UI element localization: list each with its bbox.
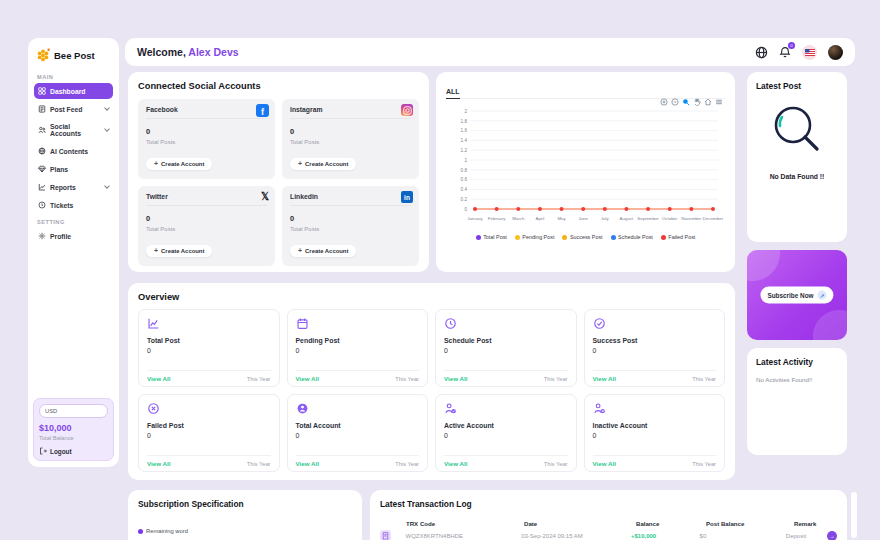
view-all-link[interactable]: View All bbox=[593, 460, 616, 467]
legend-item[interactable]: Total Post bbox=[476, 234, 507, 240]
svg-text:May: May bbox=[557, 216, 566, 221]
user-x-icon bbox=[593, 402, 606, 415]
chevron-down-icon bbox=[104, 105, 110, 111]
svg-text:0.4: 0.4 bbox=[461, 187, 468, 192]
table-row: WQZX8KRTN4BHDE 03-Sep-2024 09:15 AM +$10… bbox=[380, 530, 837, 540]
tab-all[interactable]: ALL bbox=[446, 88, 460, 99]
chart-legend: Total Post Pending Post Success Post Sch… bbox=[446, 234, 725, 240]
overview-card-success-post: Success Post 0 View AllThis Year bbox=[584, 309, 726, 387]
x-circle-icon bbox=[147, 402, 160, 415]
overview-panel: Overview Total Post 0 View AllThis Year … bbox=[128, 283, 735, 480]
language-globe-icon[interactable] bbox=[755, 46, 768, 59]
post-feed-icon bbox=[38, 105, 46, 113]
total-posts-value: 0 bbox=[290, 214, 411, 223]
spec-legend-item: Remaining word bbox=[138, 528, 352, 534]
sidebar-item-ai-contents[interactable]: AI Contents bbox=[34, 143, 113, 159]
zoom-in-icon[interactable] bbox=[660, 98, 668, 106]
ai-contents-icon bbox=[38, 147, 46, 155]
overview-card-active-account: Active Account 0 View AllThis Year bbox=[435, 394, 577, 472]
create-account-button[interactable]: + Create Account bbox=[290, 245, 356, 257]
notifications-bell-icon[interactable]: 0 bbox=[779, 46, 791, 58]
svg-text:1.6: 1.6 bbox=[461, 128, 468, 133]
total-posts-value: 0 bbox=[146, 214, 267, 223]
view-all-link[interactable]: View All bbox=[147, 375, 170, 382]
zoom-out-icon[interactable] bbox=[671, 98, 679, 106]
arrow-up-right-icon: ↗ bbox=[818, 291, 827, 300]
selection-zoom-icon[interactable] bbox=[682, 98, 690, 106]
balance-value: +$10,000 bbox=[631, 533, 700, 539]
sidebar-item-label: Dashboard bbox=[50, 88, 86, 95]
col-post-balance: Post Balance bbox=[706, 520, 794, 527]
legend-item[interactable]: Failed Post bbox=[661, 234, 695, 240]
svg-text:November: November bbox=[681, 216, 702, 221]
svg-text:1.8: 1.8 bbox=[461, 119, 468, 124]
us-flag-icon[interactable] bbox=[802, 45, 817, 60]
social-card-linkedin: Linkedin in 0 Total Posts + Create Accou… bbox=[282, 186, 419, 266]
sidebar-item-plans[interactable]: Plans bbox=[34, 161, 113, 177]
trx-code-value: WQZX8KRTN4BHDE bbox=[405, 533, 521, 539]
svg-text:1.4: 1.4 bbox=[461, 138, 468, 143]
create-account-button[interactable]: + Create Account bbox=[146, 245, 212, 257]
legend-item[interactable]: Schedule Post bbox=[611, 234, 653, 240]
sidebar-item-dashboard[interactable]: Dashboard bbox=[34, 83, 113, 99]
sidebar-item-tickets[interactable]: Tickets bbox=[34, 197, 113, 213]
clock-icon bbox=[444, 317, 457, 330]
legend-dot bbox=[138, 529, 143, 534]
svg-text:October: October bbox=[662, 216, 678, 221]
twitter-x-icon: 𝕏 bbox=[261, 191, 269, 202]
overview-card-failed-post: Failed Post 0 View AllThis Year bbox=[138, 394, 280, 472]
home-icon[interactable] bbox=[704, 98, 712, 106]
check-circle-icon bbox=[593, 317, 606, 330]
legend-item[interactable]: Pending Post bbox=[515, 234, 555, 240]
dashboard-icon bbox=[38, 87, 46, 95]
subscribe-now-button[interactable]: Subscribe Now ↗ bbox=[760, 287, 833, 304]
col-remark: Remark bbox=[794, 520, 836, 527]
pan-icon[interactable] bbox=[693, 98, 701, 106]
user-avatar[interactable] bbox=[828, 45, 843, 60]
sidebar-item-social-accounts[interactable]: Social Accounts bbox=[34, 119, 113, 141]
facebook-icon: f bbox=[256, 104, 269, 117]
transaction-table: TRX Code Date Balance Post Balance Remar… bbox=[380, 520, 837, 540]
no-data-magnifier-icon bbox=[769, 103, 825, 159]
sidebar-item-label: Profile bbox=[50, 233, 71, 240]
plus-icon: + bbox=[298, 248, 302, 253]
row-view-button[interactable]: → bbox=[827, 531, 837, 540]
legend-dot bbox=[476, 235, 481, 240]
legend-dot bbox=[611, 235, 616, 240]
panel-title: Connected Social Accounts bbox=[138, 81, 419, 91]
plus-icon: + bbox=[298, 161, 302, 166]
sidebar-item-label: AI Contents bbox=[50, 148, 88, 155]
linkedin-icon: in bbox=[401, 191, 413, 203]
view-all-link[interactable]: View All bbox=[444, 375, 467, 382]
currency-select[interactable]: USD bbox=[39, 404, 108, 418]
view-all-link[interactable]: View All bbox=[444, 460, 467, 467]
calendar-icon bbox=[296, 317, 309, 330]
social-card-twitter: Twitter 𝕏 0 Total Posts + Create Account bbox=[138, 186, 275, 266]
create-account-button[interactable]: + Create Account bbox=[290, 158, 356, 170]
logout-button[interactable]: Logout bbox=[39, 447, 108, 455]
latest-transaction-log-panel: Latest Transaction Log TRX Code Date Bal… bbox=[370, 490, 847, 540]
svg-text:0.6: 0.6 bbox=[461, 177, 468, 182]
page-scrollbar-thumb[interactable] bbox=[851, 492, 857, 538]
svg-text:March: March bbox=[512, 216, 525, 221]
sidebar-section-setting: SETTING bbox=[37, 219, 113, 225]
tickets-icon bbox=[38, 201, 46, 209]
latest-post-panel: Latest Post No Data Found !! bbox=[747, 72, 847, 242]
sidebar-item-reports[interactable]: Reports bbox=[34, 179, 113, 195]
view-all-link[interactable]: View All bbox=[147, 460, 170, 467]
view-all-link[interactable]: View All bbox=[296, 375, 319, 382]
decor-circle bbox=[813, 310, 847, 340]
username: Alex Devs bbox=[188, 46, 238, 58]
chevron-down-icon bbox=[104, 183, 110, 189]
sidebar-item-post-feed[interactable]: Post Feed bbox=[34, 101, 113, 117]
user-check-icon bbox=[444, 402, 457, 415]
view-all-link[interactable]: View All bbox=[296, 460, 319, 467]
svg-text:June: June bbox=[578, 216, 588, 221]
svg-text:December: December bbox=[703, 216, 724, 221]
legend-item[interactable]: Success Post bbox=[562, 234, 602, 240]
menu-icon[interactable] bbox=[715, 98, 723, 106]
view-all-link[interactable]: View All bbox=[593, 375, 616, 382]
gear-icon bbox=[38, 232, 46, 240]
sidebar-item-profile[interactable]: Profile bbox=[34, 228, 113, 244]
create-account-button[interactable]: + Create Account bbox=[146, 158, 212, 170]
